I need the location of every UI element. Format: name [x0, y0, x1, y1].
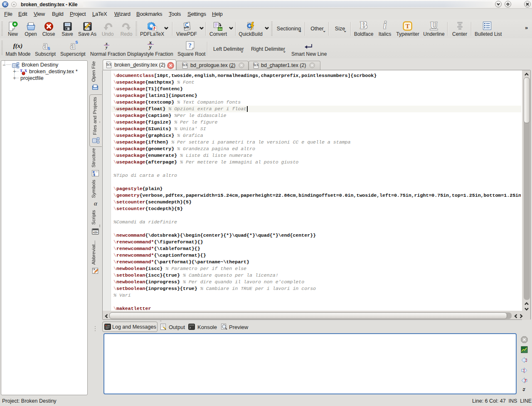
svg-text:a: a — [94, 268, 95, 270]
svg-text:!: ! — [523, 368, 525, 374]
svg-text:TeX: TeX — [253, 63, 259, 67]
svg-text:K: K — [4, 2, 7, 7]
svg-text:</>: </> — [93, 230, 98, 234]
svg-text:?: ? — [524, 378, 527, 384]
svg-text:?: ? — [188, 42, 192, 49]
svg-text:TeX: TeX — [106, 63, 112, 67]
svg-text:!: ! — [525, 357, 527, 363]
svg-text:T: T — [405, 23, 409, 30]
svg-text:TeX: TeX — [182, 63, 188, 67]
